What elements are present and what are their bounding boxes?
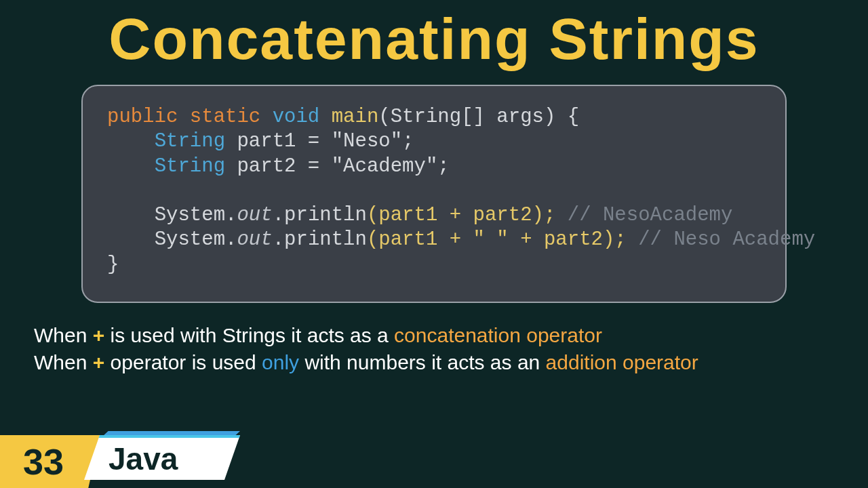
- out: out: [237, 204, 272, 226]
- var-part1: part1 =: [225, 130, 332, 152]
- explanation: When + is used with Strings it acts as a…: [34, 322, 868, 377]
- text: operator is used: [104, 351, 262, 373]
- slide-title: Concatenating Strings: [0, 0, 868, 73]
- text: When: [34, 324, 93, 346]
- kw-void: void: [273, 106, 320, 128]
- plus-sign: +: [93, 351, 105, 373]
- str-neso: "Neso": [332, 130, 402, 152]
- text: is used with Strings it acts as a: [104, 324, 394, 346]
- close-brace: }: [107, 253, 119, 276]
- highlight-concat: concatenation operator: [394, 324, 602, 346]
- semi: ;: [402, 130, 414, 152]
- explain-line-2: When + operator is used only with number…: [34, 349, 868, 377]
- semi: ;: [437, 155, 449, 178]
- args2: (part1 + " " + part2);: [367, 228, 627, 251]
- highlight-only: only: [262, 351, 299, 373]
- highlight-addition: addition operator: [546, 351, 698, 373]
- type-string: String: [155, 130, 225, 152]
- code-block: public static void main(String[] args) {…: [81, 85, 787, 303]
- params: (String[] args) {: [378, 106, 579, 128]
- text: When: [34, 351, 93, 373]
- sys: System.: [155, 228, 237, 251]
- plus-sign: +: [93, 324, 105, 346]
- language-badge-wrapper: Java: [94, 435, 240, 488]
- lesson-number-badge: 33: [0, 435, 100, 488]
- comment2: // Neso Academy: [627, 228, 815, 251]
- args1: (part1 + part2);: [367, 204, 555, 226]
- footer-badges: 33 Java: [0, 435, 240, 488]
- str-academy: "Academy": [332, 155, 438, 178]
- kw-public: public: [107, 106, 178, 128]
- sys: System.: [155, 204, 237, 226]
- var-part2: part2 =: [225, 155, 332, 178]
- println: .println: [273, 228, 367, 251]
- out: out: [237, 228, 272, 251]
- language-badge: Java: [84, 435, 240, 480]
- println: .println: [273, 204, 367, 226]
- text: with numbers it acts as an: [299, 351, 546, 373]
- code-content: public static void main(String[] args) {…: [107, 105, 761, 277]
- explain-line-1: When + is used with Strings it acts as a…: [34, 322, 868, 350]
- fn-main: main: [332, 106, 379, 128]
- type-string: String: [155, 155, 225, 178]
- kw-static: static: [190, 106, 260, 128]
- comment1: // NesoAcademy: [555, 204, 732, 226]
